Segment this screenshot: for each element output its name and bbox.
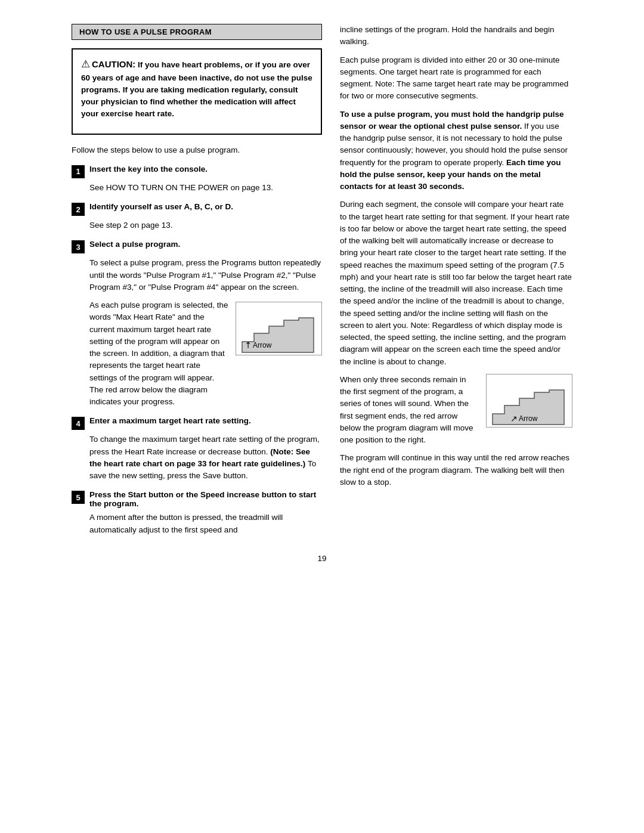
- step-2-number: 2: [72, 203, 85, 216]
- step-3: 3 Select a pulse program.: [72, 240, 322, 253]
- right-diagram: ↗ Arrow: [486, 374, 572, 428]
- step-1-number: 1: [72, 165, 85, 178]
- step-4-title: Enter a maximum target heart rate settin…: [89, 416, 251, 425]
- step-1-body: See HOW TO TURN ON THE POWER on page 13.: [89, 182, 322, 194]
- step-2-body: See step 2 on page 13.: [89, 219, 322, 231]
- right-para1: incline settings of the program. Hold th…: [340, 24, 572, 48]
- step-4-body: To change the maximum target heart rate …: [89, 433, 322, 482]
- left-column: HOW TO USE A PULSE PROGRAM ⚠CAUTION: If …: [72, 24, 322, 536]
- page-number: 19: [72, 554, 572, 563]
- page: HOW TO USE A PULSE PROGRAM ⚠CAUTION: If …: [54, 0, 590, 833]
- right-para-end: The program will continue in this way un…: [340, 452, 572, 488]
- intro-text: Follow the steps below to use a pulse pr…: [72, 144, 322, 156]
- segment-section: ↗ Arrow When only three seconds remain i…: [340, 374, 572, 453]
- step-3-diagram-wrap: ↗ Arrow: [236, 302, 322, 355]
- step-5-number: 5: [72, 491, 85, 504]
- step-4-number: 4: [72, 417, 85, 430]
- step-3-number: 3: [72, 240, 85, 253]
- step-3-diagram: ↗ Arrow: [236, 302, 322, 355]
- step-3-body: To select a pulse program, press the Pro…: [89, 257, 322, 408]
- step-1-title: Insert the key into the console.: [89, 165, 208, 174]
- step-1: 1 Insert the key into the console.: [72, 165, 322, 178]
- step-3-title: Select a pulse program.: [89, 240, 180, 249]
- step-5-body: A moment after the button is pressed, th…: [89, 512, 322, 536]
- caution-icon: ⚠: [81, 58, 90, 70]
- right-diagram-wrap: ↗ Arrow: [486, 374, 572, 428]
- step-2-title: Identify yourself as user A, B, C, or D.: [89, 202, 233, 211]
- caution-box: ⚠CAUTION: If you have heart problems, or…: [72, 48, 322, 135]
- right-para3: During each segment, the console will co…: [340, 199, 572, 368]
- step-2: 2 Identify yourself as user A, B, C, or …: [72, 202, 322, 216]
- caution-title: CAUTION:: [92, 59, 135, 69]
- step-3-para1: To select a pulse program, press the Pro…: [89, 257, 322, 293]
- section-header: HOW TO USE A PULSE PROGRAM: [72, 24, 322, 40]
- step-5: 5 Press the Start button or the Speed in…: [72, 490, 322, 508]
- right-arrow-label: ↗ Arrow: [510, 414, 537, 423]
- right-bold-para: To use a pulse program, you must hold th…: [340, 109, 572, 193]
- right-column: incline settings of the program. Hold th…: [340, 24, 572, 536]
- step-3-para2-text: As each pulse program is selected, the w…: [89, 299, 228, 408]
- step-3-arrow-label: ↗ Arrow: [244, 339, 271, 351]
- right-para2: Each pulse program is divided into eithe…: [340, 54, 572, 103]
- step-5-title: Press the Start button or the Speed incr…: [89, 490, 322, 508]
- step-4: 4 Enter a maximum target heart rate sett…: [72, 416, 322, 430]
- step-4-para: To change the maximum target heart rate …: [89, 433, 322, 482]
